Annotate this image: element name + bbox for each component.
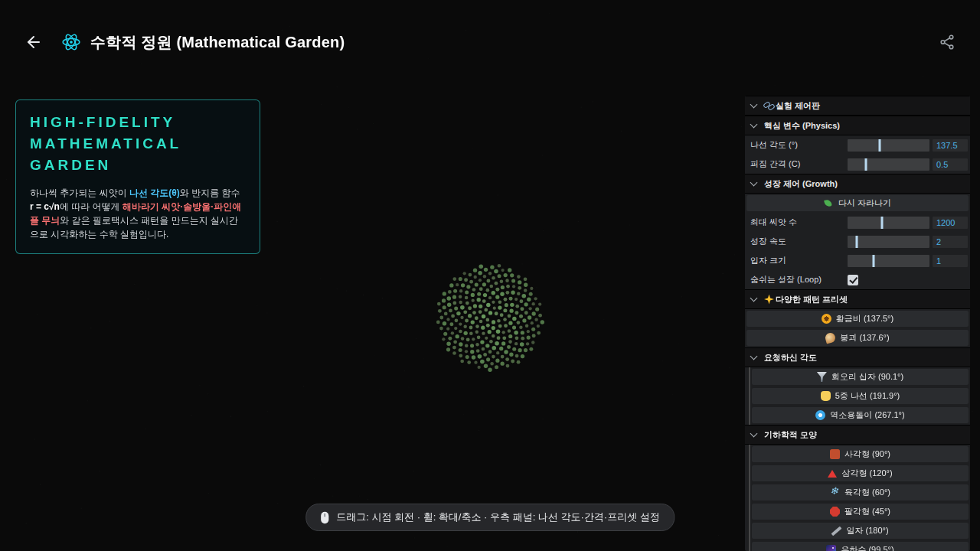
chevron-down-icon [750,179,758,187]
preset-golden-ratio-button[interactable]: 황금비 (137.5°) [746,311,969,327]
sunflower-icon [822,314,831,324]
preset-reverse-vortex-button[interactable]: 역소용돌이 (267.1°) [752,407,969,423]
sparkles-icon [764,295,774,305]
particle-size-slider[interactable] [848,255,929,267]
spread-spacing-value[interactable]: 0.5 [933,158,968,171]
preset-whirl-cross-button[interactable]: 회오리 십자 (90.1°) [752,369,969,385]
panel-title[interactable]: 실험 제어판 [745,96,970,116]
shape-galaxy-button[interactable]: 은하수 (99.5°) [752,542,969,551]
max-seeds-slider[interactable] [848,217,929,229]
spread-spacing-label: 퍼짐 간격 (C) [750,158,848,170]
chevron-down-icon [750,101,758,109]
slider-knob[interactable] [864,158,867,171]
spread-spacing-slider[interactable] [848,158,929,171]
particle-size-label: 입자 크기 [750,255,848,266]
max-seeds-value[interactable]: 1200 [933,217,968,229]
slider-knob[interactable] [855,236,858,248]
red-triangle-icon [828,470,837,478]
growth-speed-row: 성장 속도 2 [745,232,970,251]
shape-line-button[interactable]: 일자 (180°) [752,523,969,539]
particle-size-value[interactable]: 1 [933,255,968,267]
max-seeds-label: 최대 씨앗 수 [750,217,848,228]
seedling-icon [824,198,834,208]
snowflake-icon [830,487,840,497]
stop-sign-icon [830,507,840,517]
regrow-row: 다시 자라나기 [745,194,970,213]
app-header: 수학적 정원 (Mathematical Garden) [0,0,980,84]
spiral-angle-slider[interactable] [848,139,929,152]
highlight-spiral-angle: 나선 각도(θ) [129,187,180,198]
back-button[interactable] [21,30,46,54]
slider-knob[interactable] [878,139,880,152]
particle-size-row: 입자 크기 1 [745,251,970,270]
loop-growth-checkbox[interactable] [848,275,858,285]
folder-presets[interactable]: 다양한 패턴 프리셋 [745,289,970,309]
folder-geometric-shapes[interactable]: 기하학적 모양 [745,425,970,445]
loop-growth-row: 숨쉬는 성장 (Loop) [745,270,970,289]
spiral-angle-label: 나선 각도 (°) [750,139,848,151]
shape-hexagon-button[interactable]: 육각형 (60°) [752,484,969,500]
arrow-left-icon [24,33,43,51]
share-icon [939,34,956,51]
growth-speed-slider[interactable] [848,236,929,248]
slider-knob[interactable] [873,255,875,267]
max-seeds-row: 최대 씨앗 수 1200 [745,213,970,232]
chevron-down-icon [750,295,758,302]
mouse-icon [320,511,329,524]
spiral-angle-row: 나선 각도 (°) 137.5 [745,135,970,155]
hand-icon [821,391,831,401]
requested-angles-group: 회오리 십자 (90.1°) 5중 나선 (191.9°) 역소용돌이 (267… [749,367,970,425]
info-card: HIGH-FIDELITY MATHEMATICAL GARDEN 하나씩 추가… [15,99,260,254]
page-title: 수학적 정원 (Mathematical Garden) [90,32,345,53]
shape-octagon-button[interactable]: 팔각형 (45°) [752,504,969,520]
chevron-down-icon [750,353,758,360]
control-panel: 실험 제어판 핵심 변수 (Physics) 나선 각도 (°) 137.5 퍼… [745,96,970,551]
ruler-icon [831,526,841,536]
link-icon [764,101,774,111]
share-button[interactable] [936,31,959,54]
controls-hint: 드래그: 시점 회전 · 휠: 확대/축소 · 우측 패널: 나선 각도·간격·… [305,504,675,531]
preset-five-spiral-button[interactable]: 5중 나선 (191.9°) [752,388,969,404]
folder-physics[interactable]: 핵심 변수 (Physics) [745,116,970,135]
shape-triangle-button[interactable]: 삼각형 (120°) [752,465,969,481]
folder-growth[interactable]: 성장 제어 (Growth) [745,174,970,194]
tornado-icon [817,372,827,382]
cyclone-icon [815,410,825,420]
folder-requested-angles[interactable]: 요청하신 각도 [745,347,970,367]
shell-icon [825,332,837,344]
card-title: HIGH-FIDELITY MATHEMATICAL GARDEN [30,112,246,176]
card-description: 하나씩 추가되는 씨앗이 나선 각도(θ)와 반지름 함수 r = c√n에 따… [30,186,246,241]
highlight-formula: r = c√n [30,201,60,212]
red-square-icon [830,449,840,459]
shape-square-button[interactable]: 사각형 (90°) [752,446,969,462]
slider-knob[interactable] [880,217,883,229]
atom-icon [61,32,81,52]
chevron-down-icon [750,430,758,438]
chevron-down-icon [750,121,758,129]
loop-growth-label: 숨쉬는 성장 (Loop) [750,274,848,285]
hint-text: 드래그: 시점 회전 · 휠: 확대/축소 · 우측 패널: 나선 각도·간격·… [336,510,660,524]
milky-way-icon [826,545,836,551]
spiral-angle-value[interactable]: 137.5 [933,139,968,152]
growth-speed-label: 성장 속도 [750,236,848,247]
regrow-button[interactable]: 다시 자라나기 [746,195,969,211]
growth-speed-value[interactable]: 2 [933,236,968,248]
geometric-shapes-group: 사각형 (90°) 삼각형 (120°) 육각형 (60°) 팔각형 (45°) [749,445,970,551]
check-icon [849,275,857,283]
preset-collapse-button[interactable]: 붕괴 (137.6°) [746,330,969,346]
spread-spacing-row: 퍼짐 간격 (C) 0.5 [745,155,970,174]
